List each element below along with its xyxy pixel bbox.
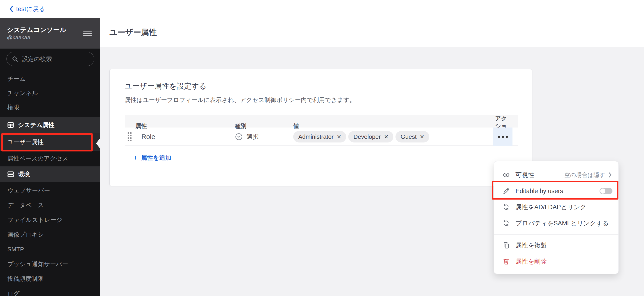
chevron-left-icon	[9, 6, 14, 12]
sidebar-item-web-server[interactable]: ウェブサーバー	[0, 183, 100, 198]
value-chip: Administrator ✕	[293, 131, 346, 142]
menu-item-link-ad-ldap[interactable]: 属性をAD/LDAPとリンク	[494, 199, 618, 215]
menu-item-label: 属性をAD/LDAPとリンク	[516, 203, 586, 211]
table-grid-icon	[7, 121, 14, 129]
section-label: 環境	[18, 170, 30, 178]
sync-icon	[502, 220, 510, 227]
account-name: @kaakaa	[7, 34, 83, 41]
page-title: ユーザー属性	[110, 27, 157, 38]
settings-search-box[interactable]	[6, 52, 94, 66]
menu-item-label: Editable by users	[516, 188, 563, 195]
row-actions-menu: 可視性 空の場合は隠す Editable by users 属性をAD/LDAP…	[494, 161, 619, 274]
sidebar-item-push-notification-server[interactable]: プッシュ通知サーバー	[0, 257, 100, 271]
menu-item-visibility[interactable]: 可視性 空の場合は隠す	[494, 167, 618, 183]
menu-item-editable-by-users[interactable]: Editable by users	[494, 183, 618, 199]
sidebar-nav: チーム チャンネル 権限 システム属性 ユーザー属性 属性ベースのアクセス 環境…	[0, 72, 100, 296]
search-input[interactable]	[22, 55, 89, 63]
menu-item-link-saml[interactable]: プロパティをSAMLとリンクする	[494, 215, 618, 231]
attribute-name: Role	[142, 133, 155, 141]
value-chip: Guest ✕	[396, 131, 429, 142]
value-chip: Developer ✕	[348, 131, 394, 142]
attributes-table: 属性 種別 値 アクション Role 選択	[124, 115, 518, 162]
more-dots-icon	[498, 136, 500, 138]
column-header-values: 値	[293, 122, 493, 130]
chevron-right-icon	[608, 172, 612, 178]
toggle-knob	[600, 189, 605, 194]
search-icon	[12, 56, 18, 62]
menu-item-label: 属性を複製	[516, 241, 547, 250]
page-header: ユーザー属性	[100, 18, 644, 47]
server-stack-icon	[7, 171, 14, 178]
pencil-icon	[502, 187, 510, 195]
card-description: 属性はユーザープロフィールに表示され、アクセス制御ポリシー内で利用できます。	[124, 96, 518, 104]
chip-label: Administrator	[298, 133, 334, 140]
close-icon[interactable]: ✕	[384, 134, 388, 139]
menu-item-label: プロパティをSAMLとリンクする	[516, 219, 609, 227]
top-bar: testに戻る	[0, 0, 644, 18]
sidebar-item-smtp[interactable]: SMTP	[0, 242, 100, 257]
plus-icon: +	[133, 154, 138, 161]
system-console-sidebar: システムコンソール @kaakaa チーム チャンネル 権限 システム属性 ユー…	[0, 18, 100, 296]
sidebar-section-environment[interactable]: 環境	[0, 166, 100, 182]
sidebar-item-file-storage[interactable]: ファイルストレージ	[0, 213, 100, 227]
add-attribute-label: 属性を追加	[141, 154, 171, 162]
selected-item-arrow	[96, 138, 100, 149]
drag-handle[interactable]	[128, 132, 132, 141]
sidebar-item-permissions[interactable]: 権限	[0, 100, 100, 114]
menu-item-duplicate-attribute[interactable]: 属性を複製	[494, 237, 618, 254]
add-attribute-button[interactable]: + 属性を追加	[133, 154, 171, 162]
sidebar-item-database[interactable]: データベース	[0, 198, 100, 213]
visibility-value: 空の場合は隠す	[564, 171, 605, 179]
sync-icon	[502, 204, 510, 211]
sidebar-item-user-attributes[interactable]: ユーザー属性	[0, 133, 100, 151]
select-type-icon	[235, 133, 243, 141]
back-to-team-link[interactable]: testに戻る	[9, 5, 45, 13]
eye-icon	[502, 171, 510, 179]
chip-label: Developer	[353, 133, 381, 140]
page-content: ユーザー属性を設定する 属性はユーザープロフィールに表示され、アクセス制御ポリシ…	[100, 47, 644, 296]
sidebar-item-attribute-based-access[interactable]: 属性ベースのアクセス	[0, 151, 100, 166]
sidebar-item-channels[interactable]: チャンネル	[0, 86, 100, 100]
user-attributes-card: ユーザー属性を設定する 属性はユーザープロフィールに表示され、アクセス制御ポリシ…	[110, 69, 532, 186]
card-title: ユーザー属性を設定する	[124, 81, 518, 91]
sidebar-section-system-attributes[interactable]: システム属性	[0, 117, 100, 133]
menu-item-label: 可視性	[516, 171, 534, 179]
trash-icon	[502, 258, 510, 265]
close-icon[interactable]: ✕	[420, 134, 424, 139]
menu-divider	[494, 234, 618, 235]
chip-label: Guest	[400, 133, 416, 140]
sidebar-item-teams[interactable]: チーム	[0, 72, 100, 86]
sidebar-header: システムコンソール @kaakaa	[0, 18, 100, 48]
table-row: Role 選択 Administrator ✕ De	[124, 127, 518, 146]
column-header-type: 種別	[235, 122, 293, 130]
menu-hamburger-icon[interactable]	[83, 29, 92, 37]
section-label: システム属性	[18, 121, 54, 129]
column-header-attribute: 属性	[124, 122, 235, 130]
console-title: システムコンソール	[7, 26, 83, 34]
row-actions-button[interactable]	[493, 127, 512, 146]
copy-icon	[502, 242, 510, 249]
sidebar-item-image-proxy[interactable]: 画像プロキシ	[0, 227, 100, 242]
attribute-type: 選択	[246, 133, 259, 141]
sidebar-item-logging[interactable]: ログ	[0, 286, 100, 296]
sidebar-item-rate-limiting[interactable]: 投稿頻度制限	[0, 271, 100, 286]
table-header-row: 属性 種別 値 アクション	[124, 115, 518, 127]
editable-toggle[interactable]	[600, 188, 612, 194]
menu-item-label: 属性を削除	[516, 257, 547, 266]
menu-item-delete-attribute[interactable]: 属性を削除	[494, 254, 618, 270]
close-icon[interactable]: ✕	[337, 134, 341, 139]
back-link-label: testに戻る	[16, 5, 45, 13]
